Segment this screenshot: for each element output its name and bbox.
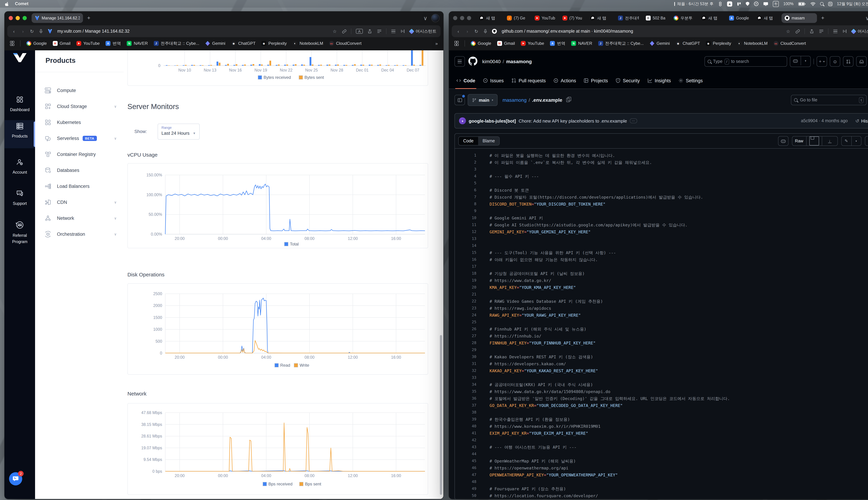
repo-tab-issues[interactable]: Issues: [480, 72, 507, 89]
tab-inactive[interactable]: 새 탭: [476, 13, 503, 23]
close-window-button[interactable]: [9, 16, 13, 20]
line-number[interactable]: 26: [455, 326, 476, 333]
bookmark-cloudconvert[interactable]: ccCloudConvert: [329, 41, 362, 46]
shield-app-icon[interactable]: [746, 1, 749, 6]
code-line[interactable]: 35# https://www.data.go.kr/data/15094808…: [455, 388, 868, 395]
bookmark-naver[interactable]: NNAVER: [571, 41, 592, 46]
menu-item-compute[interactable]: Compute: [35, 82, 124, 98]
focus-status[interactable]: 채플 · 6시간 53분 후: [674, 1, 714, 7]
sidebar-item-support[interactable]: Support: [4, 188, 35, 211]
go-to-file-input[interactable]: Go to file t: [791, 95, 867, 105]
code-line[interactable]: 17: [455, 263, 868, 270]
sidebar-item-account[interactable]: Account: [4, 156, 35, 180]
zoom-window-button[interactable]: [23, 16, 27, 20]
assistant-button[interactable]: 어시스턴트: [852, 28, 868, 34]
copy-file-icon[interactable]: [806, 136, 822, 146]
wifi-icon[interactable]: [810, 1, 815, 6]
reload-icon[interactable]: ↻: [474, 29, 479, 34]
assistant-button[interactable]: 어시스턴트: [410, 28, 436, 34]
code-line[interactable]: 34# 공공데이터포털(KRX) API 키 (국내 주식 시세용): [455, 381, 868, 388]
line-number[interactable]: 21: [455, 291, 476, 298]
code-line[interactable]: 11# Google AI Studio(https://aistudio.go…: [455, 221, 868, 228]
sidebar-item-dashboard[interactable]: Dashboard: [4, 94, 35, 117]
code-line[interactable]: 21: [455, 291, 868, 298]
commit-message[interactable]: Chore: Add new API key placeholders to .…: [519, 118, 627, 123]
download-file-icon[interactable]: ↓: [822, 136, 837, 146]
support-chat-button[interactable]: 2: [9, 472, 22, 486]
voice-search-icon[interactable]: [483, 29, 488, 34]
code-line[interactable]: 32KAKAO_API_KEY="YOUR_KAKAO_REST_API_KEY…: [455, 367, 868, 374]
commit-meta[interactable]: a5c9904 · 4 months ago: [801, 118, 848, 123]
copy-link-icon[interactable]: [342, 29, 346, 34]
bookmark-notebooklm[interactable]: ◐NotebookLM: [293, 41, 323, 46]
range-select[interactable]: Range Last 24 Hours▼: [158, 124, 199, 139]
menu-item-load-balancers[interactable]: Load Balancers: [35, 178, 124, 194]
new-tab-button[interactable]: +: [821, 15, 824, 21]
code-line[interactable]: 44: [455, 451, 868, 458]
code-line[interactable]: 18# 기상청 공공데이터포털 API 키 (날씨 정보용): [455, 270, 868, 277]
code-listing[interactable]: 1# 이 파일은 봇을 실행하는 데 필요한 환경 변수의 예시입니다.2# 이…: [455, 149, 868, 499]
edit-menu-caret[interactable]: ▾: [851, 136, 861, 146]
line-number[interactable]: 27: [455, 333, 476, 340]
menu-item-network[interactable]: Network ∨: [35, 210, 124, 226]
bookmark-chatgpt[interactable]: ∗ChatGPT: [676, 41, 700, 46]
apple-menu-icon[interactable]: [5, 2, 9, 6]
code-line[interactable]: 2# 이 파일의 이름을 `.env`로 복사한 뒤, 각 변수에 실제 키 값…: [455, 159, 868, 166]
tab-inactive[interactable]: 새 탭: [698, 13, 725, 23]
tab-inactive[interactable]: B502 Ba: [643, 13, 670, 23]
repo-tab-pull-requests[interactable]: Pull requests: [508, 72, 549, 89]
bookmark-notebooklm[interactable]: ◐NotebookLM: [737, 41, 767, 46]
copilot-button[interactable]: [790, 56, 800, 65]
line-number[interactable]: 13: [455, 236, 476, 242]
back-icon[interactable]: ‹: [456, 29, 461, 34]
branch-selector[interactable]: main ▾: [468, 94, 498, 106]
code-line[interactable]: 31# https://developers.kakao.com/: [455, 361, 868, 367]
bookmark-chatgpt[interactable]: ∗ChatGPT: [231, 41, 255, 46]
pause-app-icon[interactable]: [737, 1, 741, 6]
line-number[interactable]: 24: [455, 312, 476, 319]
line-number[interactable]: 6: [455, 187, 476, 194]
repo-tab-security[interactable]: Security: [613, 72, 643, 89]
bookmark-gmail[interactable]: MGmail: [53, 41, 70, 46]
share-icon[interactable]: [367, 29, 372, 34]
line-number[interactable]: 32: [455, 367, 476, 374]
line-number[interactable]: 17: [455, 263, 476, 270]
line-number[interactable]: 4: [455, 173, 476, 180]
code-line[interactable]: 9: [455, 208, 868, 215]
breadcrumb-repo[interactable]: masamong: [506, 59, 532, 64]
line-number[interactable]: 44: [455, 451, 476, 458]
tab-inactive[interactable]: 새 탭: [754, 13, 781, 23]
reload-icon[interactable]: ↻: [30, 29, 34, 34]
code-line[interactable]: 23# https://rawg.io/apidocs: [455, 305, 868, 312]
bookmark--[interactable]: A번역: [105, 41, 121, 46]
menu-item-cloud-storage[interactable]: Cloud Storage ∨: [35, 98, 124, 114]
share-icon[interactable]: [809, 29, 814, 34]
tab-inactive[interactable]: YouTub: [532, 13, 559, 23]
tab-blame[interactable]: Blame: [478, 137, 500, 145]
code-line[interactable]: 45# OpenWeatherMap API 키 (해외 날씨용): [455, 458, 868, 465]
minimize-window-button[interactable]: [460, 16, 464, 20]
repo-tab-actions[interactable]: Actions: [550, 72, 579, 89]
code-line[interactable]: 28FINNHUB_API_KEY="YOUR_FINNHUB_API_KEY_…: [455, 340, 868, 346]
line-number[interactable]: 16: [455, 256, 476, 263]
commit-author-avatar[interactable]: ♦: [459, 117, 466, 124]
repo-tab-settings[interactable]: Settings: [675, 72, 706, 89]
browser-profile-avatar[interactable]: [432, 14, 439, 22]
breadcrumb-repo-link[interactable]: masamong: [503, 97, 527, 103]
line-number[interactable]: 29: [455, 346, 476, 353]
code-line[interactable]: 10# Google Gemini API 키: [455, 215, 868, 221]
raw-button[interactable]: Raw: [792, 136, 806, 146]
menu-app-name[interactable]: Comet: [15, 1, 28, 6]
line-number[interactable]: 48: [455, 478, 476, 486]
tab-inactive[interactable]: (7) You: [559, 13, 586, 23]
code-line[interactable]: 14: [455, 242, 868, 249]
bookmark-youtube[interactable]: YouTube: [76, 41, 100, 46]
code-line[interactable]: 37GO_DATA_API_KEY_KR="YOUR_DECODED_GO_DA…: [455, 402, 868, 409]
bookmark-google[interactable]: Google: [471, 41, 491, 46]
code-line[interactable]: 49# Foursquare API 키 (장소 추천용): [455, 486, 868, 492]
code-line[interactable]: 6# Discord 봇 토큰: [455, 187, 868, 194]
code-line[interactable]: 1# 이 파일은 봇을 실행하는 데 필요한 환경 변수의 예시입니다.: [455, 152, 868, 159]
line-number[interactable]: 47: [455, 471, 476, 478]
code-line[interactable]: 24RAWG_API_KEY="YOUR_RAWG_API_KEY_HERE": [455, 312, 868, 319]
line-number[interactable]: 15: [455, 249, 476, 256]
